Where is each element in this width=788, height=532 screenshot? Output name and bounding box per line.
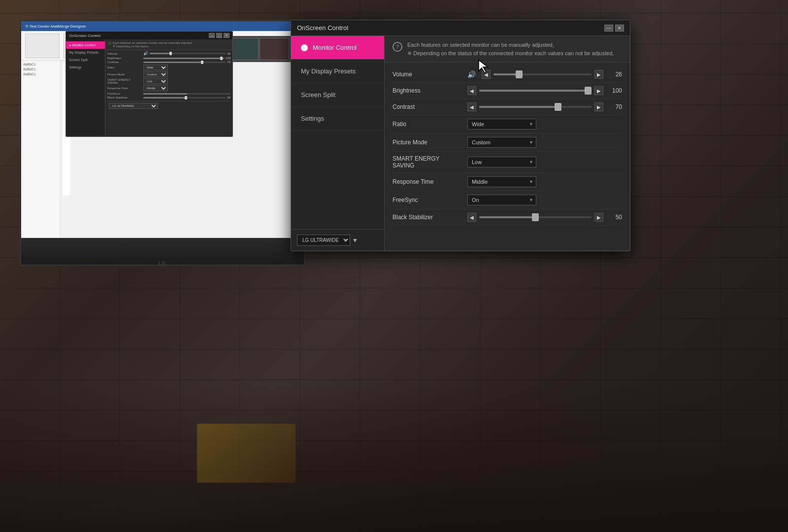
osc-window-buttons: — ✕ [604,25,624,32]
sidebar-item-settings[interactable]: Settings [291,107,384,131]
monitor-display: Ti Test Center-MailMerge Designer AaBbCc… [20,20,305,266]
osc-info-text: Each features on selected monitor can be… [407,41,614,57]
picture-mode-select[interactable]: Custom Vivid Standard Cinema FPS1 FPS2 R… [467,137,536,148]
brightness-decrease-btn[interactable]: ◀ [467,86,476,95]
brightness-value: 100 [607,87,622,94]
ratio-control-row: Ratio Wide Original Cinema 1:1 [393,115,622,133]
black-stabilizer-control-row: Black Stabilizer ◀ ▶ 50 [393,209,622,226]
monitor-base: LG [21,238,304,266]
freesync-select-wrapper: On Off [467,195,536,205]
response-time-widget: Middle Fast Faster [467,176,622,187]
picture-mode-select-wrapper: Custom Vivid Standard Cinema FPS1 FPS2 R… [467,137,536,148]
smart-energy-widget: Low High Auto Off [467,157,622,167]
monitor-select[interactable]: LG ULTRAWIDE [297,234,350,246]
black-stabilizer-slider-thumb[interactable] [532,213,539,221]
brightness-slider-track[interactable] [479,90,591,92]
black-stabilizer-label: Black Stabilizer [393,214,461,221]
small-osc-window: OnScreen Control — □ ✕ ● Monitor Control… [66,31,233,137]
contrast-slider-fill [479,106,558,108]
contrast-label: Contrast [393,103,461,110]
sidebar-item-screen-split[interactable]: Screen Split [291,83,384,107]
black-stabilizer-slider-container: ◀ ▶ [467,213,603,222]
sidebar-label-settings: Settings [301,115,324,122]
brightness-increase-btn[interactable]: ▶ [594,86,603,95]
brightness-control-row: Brightness ◀ ▶ 100 [393,83,622,99]
picture-mode-widget: Custom Vivid Standard Cinema FPS1 FPS2 R… [467,137,622,148]
osc-window-title: OnScreen Control [297,24,348,32]
wooden-decoration [197,424,296,483]
response-time-label: Response Time [393,178,461,185]
freesync-widget: On Off [467,195,622,205]
osc-info-bar: ? Each features on selected monitor can … [385,36,630,63]
volume-slider-container: ◀ ▶ [482,70,603,79]
osc-main-content: ? Each features on selected monitor can … [385,36,630,251]
freesync-label: FreeSync [393,197,461,203]
small-nav-display-presets: My Display Presets [66,49,105,56]
sidebar-item-monitor-control[interactable]: Monitor Control [291,36,384,60]
freesync-control-row: FreeSync On Off [393,191,622,209]
black-stabilizer-decrease-btn[interactable]: ◀ [467,213,476,222]
smart-energy-control-row: SMART ENERGY SAVING Low High Auto Off [393,152,622,173]
volume-slider-track[interactable] [493,73,591,75]
floor-area [0,384,788,532]
osc-minimize-button[interactable]: — [604,25,613,32]
brightness-widget: ◀ ▶ 100 [467,86,622,95]
brightness-slider-container: ◀ ▶ [467,86,603,95]
response-time-select[interactable]: Middle Fast Faster [467,176,536,187]
osc-body: Monitor Control My Display Presets Scree… [291,36,630,251]
picture-mode-label: Picture Mode [393,139,461,146]
brightness-label: Brightness [393,87,461,94]
contrast-increase-btn[interactable]: ▶ [594,102,603,111]
small-osc-info: ⓘ Each features on selected monitor can … [105,39,232,50]
osc-close-button[interactable]: ✕ [615,25,624,32]
smart-energy-label: SMART ENERGY SAVING [393,155,461,169]
brightness-slider-thumb[interactable] [585,87,591,95]
small-nav-monitor-control: ● Monitor Control [66,41,105,49]
ratio-select[interactable]: Wide Original Cinema 1:1 [467,119,536,130]
sidebar-label-screen-split: Screen Split [301,91,335,99]
volume-slider-thumb[interactable] [516,70,523,78]
freesync-select[interactable]: On Off [467,195,536,205]
contrast-decrease-btn[interactable]: ◀ [467,102,476,111]
volume-icon: 🔊 [467,70,476,78]
contrast-widget: ◀ ▶ 70 [467,102,622,111]
osc-sidebar: Monitor Control My Display Presets Scree… [291,36,385,251]
volume-widget: 🔊 ◀ ▶ 26 [467,70,622,79]
word-titlebar: Ti Test Center-MailMerge Designer [21,21,304,31]
osc-titlebar: OnScreen Control — ✕ [291,20,630,36]
volume-value: 26 [607,71,622,78]
contrast-slider-container: ◀ ▶ [467,102,603,111]
black-stabilizer-increase-btn[interactable]: ▶ [594,213,603,222]
response-time-control-row: Response Time Middle Fast Faster [393,173,622,191]
volume-decrease-btn[interactable]: ◀ [482,70,491,79]
ratio-label: Ratio [393,121,461,128]
volume-label: Volume [393,71,461,78]
black-stabilizer-widget: ◀ ▶ 50 [467,213,622,222]
volume-increase-btn[interactable]: ▶ [594,70,603,79]
small-osc-content: Volume 🔊 26 Brightness [105,50,232,135]
sidebar-item-display-presets[interactable]: My Display Presets [291,60,384,83]
small-osc-titlebar: OnScreen Control — □ ✕ [66,32,232,39]
sidebar-label-monitor-control: Monitor Control [313,44,357,51]
monitor-dropdown-icon: ▼ [352,237,358,244]
small-osc-sidebar: ● Monitor Control My Display Presets Scr… [66,39,105,135]
contrast-control-row: Contrast ◀ ▶ 70 [393,99,622,115]
contrast-slider-thumb[interactable] [555,103,561,111]
contrast-value: 70 [607,103,622,110]
osc-monitor-selector-area: LG ULTRAWIDE ▼ [291,229,384,251]
monitor-select-wrapper: LG ULTRAWIDE [297,234,350,246]
osc-main-window: OnScreen Control — ✕ Monitor Control My … [291,20,630,251]
response-time-select-wrapper: Middle Fast Faster [467,176,536,187]
smart-energy-select[interactable]: Low High Auto Off [467,157,536,167]
monitor-screen: Ti Test Center-MailMerge Designer AaBbCc… [21,21,304,238]
black-stabilizer-slider-track[interactable] [479,216,591,218]
smart-energy-select-wrapper: Low High Auto Off [467,157,536,167]
small-nav-settings: Settings [66,64,105,71]
osc-info-icon: ? [393,42,402,52]
sidebar-label-display-presets: My Display Presets [301,67,356,75]
ratio-select-wrapper: Wide Original Cinema 1:1 [467,119,536,130]
contrast-slider-track[interactable] [479,106,591,108]
monitor-brand-label: LG [159,261,166,266]
black-stabilizer-value: 50 [607,214,622,221]
small-nav-screen-split: Screen Split [66,56,105,64]
